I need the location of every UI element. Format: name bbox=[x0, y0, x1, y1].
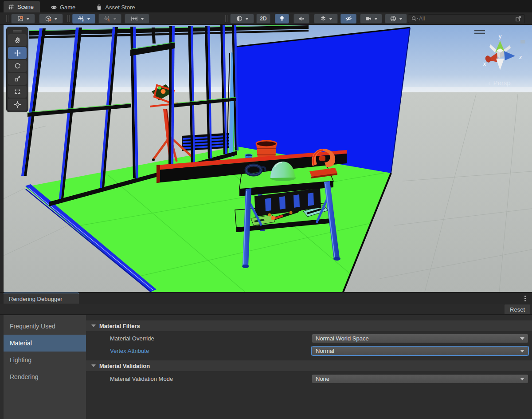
grid-snapping-button[interactable]: Y bbox=[72, 14, 95, 24]
rect-icon bbox=[14, 88, 21, 95]
z-axis-label: z bbox=[519, 54, 522, 60]
scene-tool-palette bbox=[6, 27, 28, 112]
validation-mode-label: Material Validation Mode bbox=[110, 374, 173, 383]
scene-search-field[interactable] bbox=[408, 14, 525, 23]
eye-crossed-icon bbox=[345, 15, 352, 22]
palette-drag-handle[interactable] bbox=[8, 29, 27, 33]
chevron-down-icon bbox=[141, 18, 144, 20]
scene-camera-icon bbox=[520, 40, 525, 43]
sidebar-item-lighting[interactable]: Lighting bbox=[4, 352, 86, 368]
sidebar-item-material[interactable]: Material bbox=[4, 335, 86, 352]
hand-icon bbox=[14, 36, 21, 44]
sidebar-item-rendering[interactable]: Rendering bbox=[4, 368, 86, 385]
view-tab-bar: Scene Game Asset Store bbox=[0, 0, 532, 12]
shopping-bag-icon bbox=[96, 4, 102, 11]
sidebar-item-frequently-used[interactable]: Frequently Used bbox=[4, 318, 86, 335]
vertex-attribute-label[interactable]: Vertex Attribute bbox=[110, 346, 149, 356]
light-bulb-icon bbox=[278, 15, 286, 22]
kebab-menu-icon[interactable] bbox=[521, 294, 528, 302]
scale-tool[interactable] bbox=[8, 73, 27, 85]
foldout-arrow-icon[interactable] bbox=[91, 364, 96, 367]
scene-viewport[interactable]: y x z ‹ Persp bbox=[4, 25, 532, 292]
grid-axis-icon: Y bbox=[78, 15, 85, 22]
pivot-icon bbox=[17, 15, 24, 22]
chevron-down-icon bbox=[26, 18, 30, 20]
snap-settings-button[interactable] bbox=[125, 14, 149, 24]
audio-mute-button[interactable] bbox=[293, 14, 309, 24]
scale-icon bbox=[14, 75, 21, 83]
chevron-down-icon bbox=[374, 18, 378, 20]
search-icon bbox=[411, 16, 419, 22]
foldout-arrow-icon[interactable] bbox=[91, 324, 96, 327]
gizmos-button[interactable] bbox=[385, 14, 407, 24]
reset-label: Reset bbox=[510, 306, 525, 313]
section-title: Material Filters bbox=[99, 323, 140, 329]
gizmo-sphere-icon bbox=[390, 15, 397, 22]
scene-visibility-button[interactable] bbox=[340, 14, 356, 24]
camera-settings-button[interactable] bbox=[360, 14, 382, 24]
search-input[interactable] bbox=[419, 16, 515, 22]
debugger-header-row: Reset bbox=[0, 304, 532, 315]
x-axis-label: x bbox=[483, 60, 486, 67]
scene-render: y x z ‹ Persp bbox=[4, 25, 532, 292]
scene-grid-icon bbox=[8, 4, 15, 10]
debugger-tab-bar: Rendering Debugger bbox=[0, 292, 532, 304]
view-hand-tool[interactable] bbox=[8, 34, 27, 46]
material-override-value: Normal World Space bbox=[316, 335, 520, 342]
toolbar-separator bbox=[67, 15, 70, 22]
grid-visibility-button[interactable] bbox=[98, 14, 121, 24]
vertex-attribute-dropdown[interactable]: Normal bbox=[312, 346, 528, 356]
projection-label[interactable]: Persp bbox=[493, 79, 510, 87]
debugger-tab-label: Rendering Debugger bbox=[9, 296, 63, 302]
toolbar-separator bbox=[225, 15, 227, 22]
chevron-down-icon bbox=[399, 18, 403, 20]
tab-rendering-debugger[interactable]: Rendering Debugger bbox=[4, 293, 79, 304]
tool-handle-position-button[interactable] bbox=[11, 14, 35, 24]
persp-collapse-chevron[interactable]: ‹ bbox=[489, 79, 491, 87]
tab-game[interactable]: Game bbox=[46, 2, 82, 12]
material-override-dropdown[interactable]: Normal World Space bbox=[312, 334, 528, 343]
rect-tool[interactable] bbox=[8, 86, 27, 98]
rotate-tool[interactable] bbox=[8, 60, 27, 72]
chevron-down-icon bbox=[520, 378, 524, 380]
toolbar-separator bbox=[6, 15, 8, 22]
gamepad-icon bbox=[51, 4, 57, 11]
section-material-filters[interactable]: Material Filters bbox=[86, 320, 532, 331]
section-title: Material Validation bbox=[99, 363, 150, 369]
scene-lighting-button[interactable] bbox=[275, 14, 289, 24]
camera-icon bbox=[365, 15, 372, 22]
chevron-down-icon bbox=[245, 18, 249, 20]
cube-orientation-icon bbox=[45, 15, 52, 22]
chevron-down-icon bbox=[113, 18, 117, 20]
transform-tool[interactable] bbox=[8, 99, 27, 111]
tool-handle-rotation-button[interactable] bbox=[39, 14, 63, 24]
ruler-snap-icon bbox=[130, 15, 138, 22]
tab-scene[interactable]: Scene bbox=[4, 1, 40, 12]
y-axis-label: y bbox=[499, 33, 502, 40]
chevron-down-icon bbox=[87, 18, 90, 20]
grid-snap-increment-icon bbox=[104, 15, 111, 22]
chevron-down-icon bbox=[54, 18, 58, 20]
speaker-muted-icon bbox=[298, 15, 305, 22]
validation-mode-dropdown[interactable]: None bbox=[312, 374, 528, 383]
debugger-content: Frequently Used Material Lighting Render… bbox=[0, 315, 532, 419]
effects-visibility-button[interactable] bbox=[314, 14, 338, 24]
chevron-down-icon bbox=[329, 18, 332, 20]
reset-button[interactable]: Reset bbox=[505, 304, 530, 314]
tab-asset-store-label: Asset Store bbox=[105, 4, 135, 11]
2d-label: 2D bbox=[260, 16, 266, 22]
svg-text:Y: Y bbox=[82, 19, 84, 23]
draw-mode-button[interactable] bbox=[230, 14, 254, 24]
maximize-pane-icon[interactable] bbox=[515, 16, 522, 22]
chevron-down-icon bbox=[520, 350, 524, 352]
move-tool[interactable] bbox=[8, 47, 27, 59]
2d-mode-button[interactable]: 2D bbox=[256, 14, 270, 24]
debugger-main-panel: Material Filters Material Override Norma… bbox=[86, 315, 532, 419]
scene-toolbar: Y bbox=[0, 12, 532, 25]
chevron-down-icon bbox=[520, 337, 524, 340]
tab-scene-label: Scene bbox=[17, 4, 34, 10]
shaded-sphere-icon bbox=[236, 15, 243, 22]
transform-icon bbox=[14, 101, 21, 108]
section-material-validation[interactable]: Material Validation bbox=[86, 360, 532, 371]
tab-asset-store[interactable]: Asset Store bbox=[91, 2, 141, 12]
